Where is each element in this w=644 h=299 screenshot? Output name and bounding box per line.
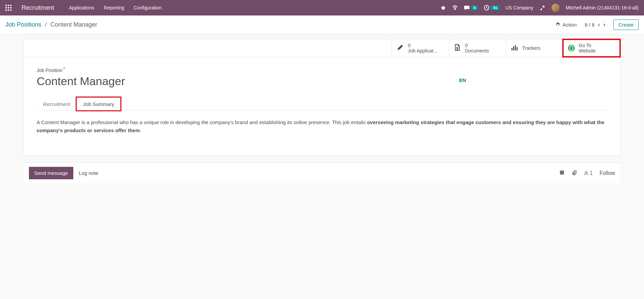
tabs: Recruitment Job Summary bbox=[37, 97, 607, 110]
messages-badge: 6 bbox=[471, 5, 478, 10]
control-panel: Job Positions / Content Manager Action 8… bbox=[0, 15, 644, 34]
followers-count: 1 bbox=[590, 170, 593, 176]
debug-icon[interactable] bbox=[441, 5, 446, 10]
stat-documents-label: Documents bbox=[465, 48, 489, 53]
svg-point-9 bbox=[442, 6, 445, 10]
summary-text-3: . bbox=[140, 127, 141, 133]
form-sheet: 0 Job Applicat... 0 Documents Trackers G… bbox=[24, 39, 620, 156]
stat-website-line1: Go To bbox=[579, 43, 596, 48]
stat-documents[interactable]: 0 Documents bbox=[449, 39, 506, 57]
tools-icon[interactable] bbox=[539, 5, 545, 11]
stat-buttons: 0 Job Applicat... 0 Documents Trackers G… bbox=[24, 39, 620, 57]
nav-configuration[interactable]: Configuration bbox=[134, 5, 161, 10]
svg-rect-5 bbox=[10, 7, 11, 8]
stat-trackers[interactable]: Trackers bbox=[506, 39, 563, 57]
book-icon[interactable] bbox=[560, 170, 565, 177]
globe-icon bbox=[568, 45, 575, 51]
company-selector[interactable]: US Company bbox=[505, 5, 533, 10]
svg-point-13 bbox=[455, 9, 456, 10]
breadcrumb-sep: / bbox=[45, 21, 47, 28]
svg-rect-4 bbox=[8, 7, 9, 8]
tab-recruitment[interactable]: Recruitment bbox=[37, 98, 77, 110]
apps-icon[interactable] bbox=[5, 5, 11, 11]
app-title[interactable]: Recruitment bbox=[22, 4, 54, 11]
action-button[interactable]: Action bbox=[555, 22, 577, 28]
stat-applications-count: 0 bbox=[408, 43, 437, 48]
log-note-button[interactable]: Log note bbox=[73, 167, 104, 179]
breadcrumb-current: Content Manager bbox=[50, 21, 97, 28]
nav-menu: Applications Reporting Configuration bbox=[69, 5, 161, 10]
messages-icon[interactable]: 6 bbox=[464, 5, 478, 10]
svg-rect-15 bbox=[512, 48, 513, 50]
job-position-label: Job Position bbox=[37, 68, 62, 73]
stat-applications-label: Job Applicat... bbox=[408, 48, 437, 53]
summary-text-1: A Content Manager is a professional who … bbox=[37, 119, 367, 125]
svg-rect-8 bbox=[10, 9, 11, 11]
pager: 8 / 8 ‹ › bbox=[585, 21, 605, 28]
svg-rect-16 bbox=[513, 46, 514, 50]
svg-point-19 bbox=[585, 172, 587, 174]
stat-documents-count: 0 bbox=[465, 43, 489, 48]
svg-rect-0 bbox=[5, 5, 7, 6]
svg-rect-2 bbox=[10, 5, 11, 6]
page-title[interactable]: Content Manager bbox=[37, 75, 125, 88]
breadcrumb: Job Positions / Content Manager bbox=[5, 21, 97, 28]
follow-button[interactable]: Follow bbox=[600, 170, 615, 176]
wifi-icon[interactable] bbox=[452, 5, 458, 10]
stat-website-line2: Website bbox=[579, 48, 596, 53]
attachment-icon[interactable] bbox=[572, 170, 577, 177]
nav-reporting[interactable]: Reporting bbox=[104, 5, 124, 10]
followers[interactable]: 1 bbox=[584, 170, 593, 176]
svg-rect-3 bbox=[5, 7, 7, 8]
stat-website[interactable]: Go To Website bbox=[563, 39, 620, 57]
svg-line-12 bbox=[445, 7, 445, 7]
svg-line-11 bbox=[441, 7, 442, 7]
svg-rect-1 bbox=[8, 5, 9, 6]
bar-chart-icon bbox=[511, 44, 518, 52]
lang-button[interactable]: EN bbox=[459, 77, 466, 83]
stat-applications[interactable]: 0 Job Applicat... bbox=[391, 39, 449, 57]
create-button[interactable]: Create bbox=[613, 20, 639, 30]
help-icon[interactable]: ? bbox=[63, 67, 65, 71]
svg-rect-17 bbox=[515, 45, 516, 50]
action-label: Action bbox=[563, 22, 577, 28]
document-icon bbox=[454, 44, 461, 52]
breadcrumb-root[interactable]: Job Positions bbox=[5, 21, 41, 28]
activities-icon[interactable]: 41 bbox=[484, 5, 499, 11]
nav-applications[interactable]: Applications bbox=[69, 5, 94, 10]
send-message-button[interactable]: Send message bbox=[29, 167, 73, 179]
pager-text: 8 / 8 bbox=[585, 22, 595, 28]
activities-badge: 41 bbox=[491, 5, 499, 10]
pager-prev[interactable]: ‹ bbox=[598, 21, 600, 28]
user-menu[interactable]: Mitchell Admin (21404131-16-0-all) bbox=[566, 5, 639, 10]
chatter: Send message Log note 1 Follow bbox=[24, 162, 620, 183]
svg-rect-6 bbox=[5, 9, 7, 11]
svg-rect-7 bbox=[8, 9, 9, 11]
svg-rect-18 bbox=[517, 47, 518, 50]
pencil-icon bbox=[396, 44, 404, 52]
tab-job-summary[interactable]: Job Summary bbox=[77, 98, 121, 110]
top-navbar: Recruitment Applications Reporting Confi… bbox=[0, 0, 644, 15]
stat-trackers-label: Trackers bbox=[522, 45, 540, 51]
avatar[interactable] bbox=[552, 4, 560, 12]
pager-next[interactable]: › bbox=[603, 21, 605, 28]
tab-content[interactable]: A Content Manager is a professional who … bbox=[37, 110, 607, 143]
